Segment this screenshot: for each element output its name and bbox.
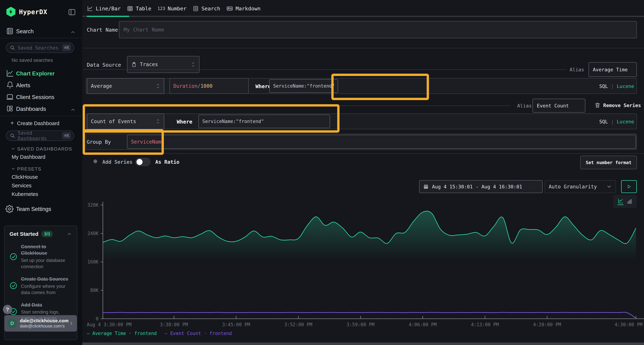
granularity-select[interactable]: Auto Granularity (545, 180, 616, 193)
time-range-input[interactable]: Aug 4 15:30:01 - Aug 4 16:30:01 (419, 180, 542, 193)
search-icon (10, 133, 15, 138)
get-started-item[interactable]: Create Data Sources Configure where your… (10, 276, 72, 296)
chevron-down-icon[interactable] (11, 166, 16, 171)
sidebar-item-chart-explorer[interactable]: Chart Explorer (16, 70, 54, 77)
alias-label: Alias (517, 103, 532, 108)
tab-markdown[interactable]: Markdown (226, 0, 267, 17)
get-started-item-title: Create Data Sources (21, 276, 72, 282)
alias-input-average-time[interactable]: Average Time (588, 62, 637, 77)
aggregation-select-2[interactable]: Count of Events (87, 113, 164, 129)
chevron-up-icon[interactable] (70, 107, 76, 113)
presets-header[interactable]: PRESETS (17, 166, 41, 172)
avatar: D (7, 319, 17, 328)
chart-name-input[interactable]: My Chart Name (119, 21, 637, 38)
svg-text:3:38:00 PM: 3:38:00 PM (160, 322, 188, 327)
field-expression-input[interactable]: Duration/1000 (170, 78, 249, 94)
sidebar-item-dashboards[interactable]: Dashboards (16, 106, 46, 112)
svg-text:3:59:00 PM: 3:59:00 PM (346, 322, 374, 327)
legend-item[interactable]: — Event Count · frontend (164, 331, 232, 336)
where-input-2[interactable]: ServiceName:"frontend" (198, 115, 330, 128)
svg-text:4:20:00 PM: 4:20:00 PM (533, 322, 561, 327)
check-circle-icon (10, 276, 18, 296)
svg-text:320K: 320K (87, 202, 98, 208)
chart-name-placeholder: My Chart Name (124, 27, 164, 33)
sidebar-item-clickhouse[interactable]: ClickHouse (12, 174, 38, 180)
svg-text:4:13:00 PM: 4:13:00 PM (471, 322, 499, 327)
chart-legend[interactable]: — Average Time · frontend— Event Count ·… (87, 331, 232, 336)
where-label-1: Where (256, 83, 271, 89)
divider (82, 48, 644, 48)
aggregation-select-1[interactable]: Average (87, 78, 164, 94)
where-input-1[interactable]: ServiceName:"frontend" (269, 79, 338, 93)
get-started-item[interactable]: Connect to ClickHouse Set up your databa… (10, 244, 72, 270)
check-circle-icon (10, 244, 18, 270)
main-panel: Line/Bar Table 123 Number Search (82, 0, 644, 345)
gear-icon (5, 205, 14, 213)
timeseries-chart[interactable]: 080K160K240K320KAug 4 3:30:00 PM3:38:00 … (82, 199, 644, 330)
user-menu[interactable]: D dale@clickhouse.com dale@clickhouse.co… (4, 315, 77, 332)
table-icon (127, 5, 133, 12)
select-chevrons-icon (191, 61, 196, 67)
help-button[interactable]: ? (3, 305, 12, 314)
saved-dashboards-input[interactable]: Saved Dashboards ⌘K (6, 130, 74, 141)
alerts-bell-icon (6, 81, 14, 89)
where-label-2: Where (177, 119, 192, 125)
tab-number[interactable]: 123 Number (158, 0, 192, 17)
divider (0, 116, 82, 116)
sidebar-item-kubernetes[interactable]: Kubernetes (12, 191, 38, 197)
add-series-button[interactable]: Add Series (102, 159, 132, 165)
svg-text:4:06:00 PM: 4:06:00 PM (409, 322, 437, 327)
shortcut-badge: ⌘K (62, 132, 71, 139)
chevron-up-icon[interactable] (70, 29, 76, 35)
number-123-icon: 123 (158, 6, 165, 11)
data-source-select[interactable]: Traces (127, 56, 200, 73)
horizontal-scrollbar[interactable] (82, 343, 644, 345)
toggle-knob (136, 159, 142, 165)
svg-text:80K: 80K (90, 288, 98, 293)
tab-line-bar[interactable]: Line/Bar (87, 0, 127, 17)
sidebar-item-my-dashboard[interactable]: My Dashboard (12, 154, 46, 160)
svg-text:3:52:00 PM: 3:52:00 PM (284, 322, 312, 327)
plus-icon: + (10, 119, 14, 126)
series-row-1 (86, 78, 637, 94)
select-chevrons-icon (156, 118, 160, 124)
sidebar-item-alerts[interactable]: Alerts (16, 82, 30, 89)
sidebar-item-client-sessions[interactable]: Client Sessions (16, 94, 54, 100)
tab-search[interactable]: Search (192, 0, 226, 17)
sidebar-item-search[interactable]: Search (16, 28, 34, 35)
run-query-button[interactable] (621, 180, 637, 193)
sidebar-item-team-settings[interactable]: Team Settings (16, 206, 51, 212)
tab-table[interactable]: Table (127, 0, 158, 17)
svg-text:4:30:00 PM: 4:30:00 PM (614, 322, 642, 327)
as-ratio-label: As Ratio (155, 159, 180, 165)
sql-option[interactable]: SQL (599, 83, 608, 89)
data-source-value: Traces (140, 61, 188, 67)
lucene-option[interactable]: Lucene (617, 119, 634, 124)
chart-explorer-icon (6, 69, 14, 77)
create-dashboard-button[interactable]: Create Dashboard (17, 120, 60, 126)
chevron-up-icon[interactable] (66, 231, 72, 237)
saved-searches-input[interactable]: Saved Searches ⌘K (6, 42, 74, 53)
saved-dashboards-header[interactable]: SAVED DASHBOARDS (17, 146, 72, 152)
set-number-format-button[interactable]: Set number format (580, 156, 637, 169)
collapse-sidebar-icon[interactable] (68, 8, 76, 16)
svg-text:160K: 160K (87, 259, 98, 265)
remove-series-button[interactable]: Remove Series (603, 103, 641, 108)
sql-option[interactable]: SQL (599, 119, 608, 124)
sidebar-item-services[interactable]: Services (12, 183, 32, 189)
trash-icon[interactable] (594, 102, 601, 108)
search-doc-icon (192, 5, 199, 12)
legend-item[interactable]: — Average Time · frontend (87, 331, 157, 336)
get-started-item-title: Add Data (21, 302, 72, 308)
as-ratio-toggle[interactable] (135, 158, 150, 166)
group-by-input[interactable]: ServiceName (127, 135, 636, 149)
database-icon (131, 61, 137, 67)
divider (83, 69, 567, 70)
aggregation-value: Average (91, 83, 153, 89)
data-source-label: Data Source (87, 62, 121, 68)
chevron-down-icon[interactable] (11, 146, 16, 151)
lucene-option[interactable]: Lucene (617, 83, 634, 89)
alias-input-event-count[interactable]: Event Count (532, 99, 585, 113)
client-sessions-icon (6, 93, 14, 101)
calendar-icon (423, 184, 429, 189)
